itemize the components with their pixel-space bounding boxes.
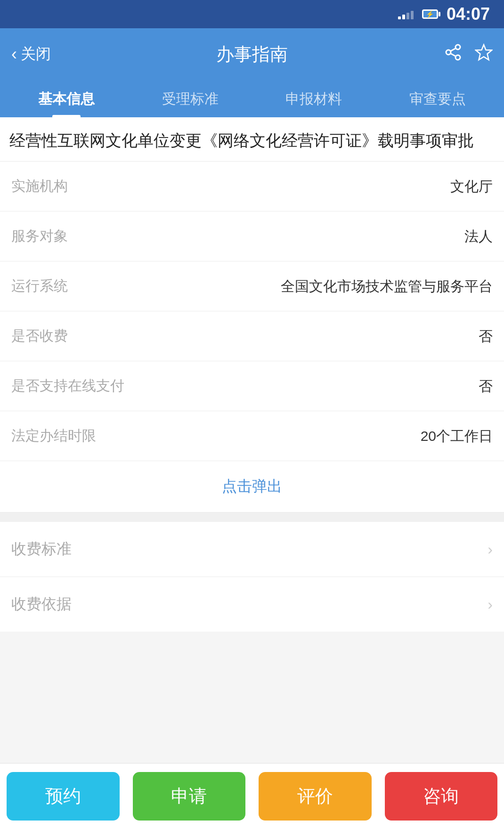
info-row-deadline: 法定办结时限 20个工作日 xyxy=(0,411,504,461)
info-label-online-pay: 是否支持在线支付 xyxy=(11,376,124,396)
info-label-target: 服务对象 xyxy=(11,227,106,246)
info-value-deadline: 20个工作日 xyxy=(106,425,493,447)
popup-row[interactable]: 点击弹出 xyxy=(0,461,504,512)
info-row-fee: 是否收费 否 xyxy=(0,311,504,361)
info-value-target: 法人 xyxy=(106,226,493,247)
list-section: 收费标准 › 收费依据 › xyxy=(0,522,504,632)
svg-point-0 xyxy=(455,45,460,49)
main-content: 经营性互联网文化单位变更《网络文化经营许可证》载明事项审批 实施机构 文化厅 服… xyxy=(0,117,504,707)
info-label-fee: 是否收费 xyxy=(11,326,106,346)
tab-materials[interactable]: 申报材料 xyxy=(252,80,376,117)
info-label-deadline: 法定办结时限 xyxy=(11,426,106,446)
list-row-label-fee-basis: 收费依据 xyxy=(11,594,72,615)
battery-bolt: ⚡ xyxy=(423,11,437,17)
info-label-system: 运行系统 xyxy=(11,276,106,296)
status-time: 04:07 xyxy=(447,4,490,24)
pingjia-button[interactable]: 评价 xyxy=(259,772,372,821)
info-row-online-pay: 是否支持在线支付 否 xyxy=(0,361,504,411)
info-row-system: 运行系统 全国文化市场技术监管与服务平台 xyxy=(0,261,504,311)
info-value-system: 全国文化市场技术监管与服务平台 xyxy=(106,276,493,297)
yuyue-button[interactable]: 预约 xyxy=(7,772,120,821)
list-row-fee-standard[interactable]: 收费标准 › xyxy=(0,522,504,577)
svg-point-1 xyxy=(455,55,460,60)
info-value-online-pay: 否 xyxy=(124,375,493,397)
chevron-right-icon-fee-standard: › xyxy=(488,541,493,558)
svg-line-4 xyxy=(451,53,456,56)
bottom-actions: 预约 申请 评价 咨询 xyxy=(0,763,504,829)
tab-review[interactable]: 审查要点 xyxy=(376,80,500,117)
nav-bar: ‹ 关闭 办事指南 xyxy=(0,28,504,80)
svg-marker-5 xyxy=(476,45,492,60)
section-separator xyxy=(0,512,504,522)
page-title-section: 经营性互联网文化单位变更《网络文化经营许可证》载明事项审批 xyxy=(0,117,504,162)
nav-actions xyxy=(431,43,493,65)
status-bar: ⚡ 04:07 xyxy=(0,0,504,28)
chevron-left-icon: ‹ xyxy=(11,44,17,64)
list-row-label-fee-standard: 收费标准 xyxy=(11,539,72,560)
info-label-institution: 实施机构 xyxy=(11,177,106,196)
share-icon[interactable] xyxy=(445,44,462,65)
signal-icon xyxy=(398,9,414,19)
battery-icon: ⚡ xyxy=(422,9,438,19)
svg-point-2 xyxy=(446,50,451,55)
zixun-button[interactable]: 咨询 xyxy=(385,772,498,821)
nav-title: 办事指南 xyxy=(73,42,431,66)
info-value-institution: 文化厅 xyxy=(106,176,493,197)
page-title: 经营性互联网文化单位变更《网络文化经营许可证》载明事项审批 xyxy=(9,129,495,153)
popup-link-text[interactable]: 点击弹出 xyxy=(222,478,282,495)
back-button[interactable]: ‹ 关闭 xyxy=(11,44,73,65)
tab-basic[interactable]: 基本信息 xyxy=(5,80,129,117)
back-label: 关闭 xyxy=(21,44,51,65)
star-icon[interactable] xyxy=(475,43,493,65)
info-row-target: 服务对象 法人 xyxy=(0,211,504,261)
info-section: 实施机构 文化厅 服务对象 法人 运行系统 全国文化市场技术监管与服务平台 是否… xyxy=(0,162,504,512)
info-value-fee: 否 xyxy=(106,325,493,347)
info-row-institution: 实施机构 文化厅 xyxy=(0,162,504,211)
tab-bar: 基本信息 受理标准 申报材料 审查要点 xyxy=(0,80,504,117)
shenqing-button[interactable]: 申请 xyxy=(133,772,246,821)
chevron-right-icon-fee-basis: › xyxy=(488,596,493,613)
tab-standard[interactable]: 受理标准 xyxy=(129,80,252,117)
list-row-fee-basis[interactable]: 收费依据 › xyxy=(0,577,504,632)
svg-line-3 xyxy=(451,48,456,51)
